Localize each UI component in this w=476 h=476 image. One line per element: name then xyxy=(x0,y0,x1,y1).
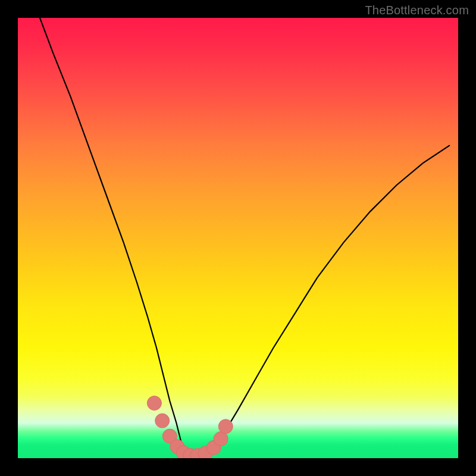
marker-point xyxy=(147,396,161,411)
highlighted-points xyxy=(147,396,233,459)
plot-frame xyxy=(18,18,458,458)
chart-svg xyxy=(18,18,458,458)
watermark-text: TheBottleneck.com xyxy=(365,4,469,17)
marker-point xyxy=(155,414,170,428)
marker-point xyxy=(218,419,233,434)
bottleneck-curve xyxy=(40,18,449,456)
